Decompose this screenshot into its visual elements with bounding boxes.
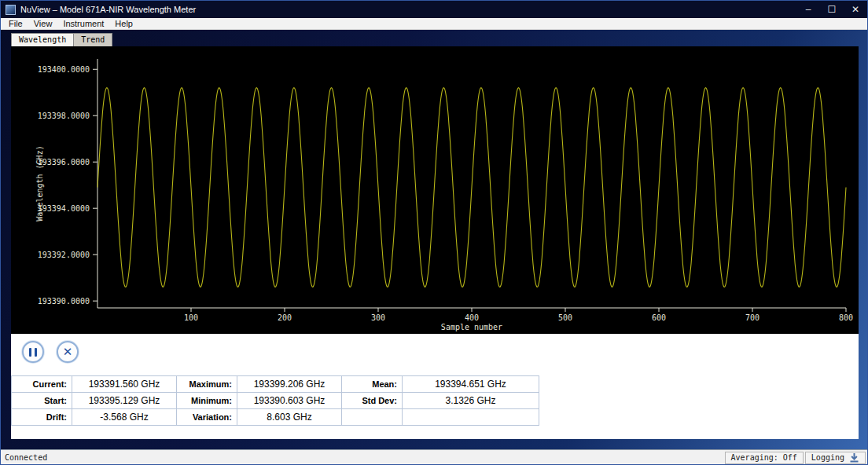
svg-text:Wavelength (GHz): Wavelength (GHz) [35,145,44,221]
stat-value-mean: 193394.651 GHz [403,376,539,393]
trend-chart-svg: 193390.0000193392.0000193394.0000193396.… [11,46,859,334]
stat-label-current: Current: [12,376,72,393]
maximize-button[interactable]: ☐ [820,1,844,18]
stat-value-maximum: 193399.206 GHz [237,376,342,393]
download-icon [849,452,859,463]
menu-bar: File View Instrument Help [1,18,867,30]
stat-value-current: 193391.560 GHz [72,376,177,393]
stat-label-empty [342,409,403,426]
stat-value-start: 193395.129 GHz [72,393,177,409]
stat-label-maximum: Maximum: [177,376,237,393]
svg-text:193400.0000: 193400.0000 [38,65,90,74]
menu-instrument[interactable]: Instrument [57,18,109,29]
close-button[interactable]: ✕ [844,1,867,18]
window-controls: – ☐ ✕ [796,1,867,18]
stat-value-stddev: 3.1326 GHz [403,393,539,409]
lower-panel: ✕ Current: 193391.560 GHz Maximum: 19339… [11,334,859,439]
svg-text:193392.0000: 193392.0000 [38,251,90,259]
x-icon: ✕ [63,346,73,358]
tab-wavelength[interactable]: Wavelength [11,33,74,46]
pause-icon [28,348,39,357]
statistics-table: Current: 193391.560 GHz Maximum: 193399.… [11,375,539,426]
stat-label-drift: Drift: [12,409,72,426]
trend-chart: 193390.0000193392.0000193394.0000193396.… [11,46,859,334]
title-bar: NuView – Model 671A-NIR Wavelength Meter… [1,1,867,18]
pause-button[interactable] [22,341,44,363]
stat-value-drift: -3.568 GHz [72,409,177,426]
table-row: Current: 193391.560 GHz Maximum: 193399.… [12,376,539,393]
stat-value-empty [403,409,539,426]
stat-label-start: Start: [12,393,72,409]
stat-label-stddev: Std Dev: [342,393,403,409]
stop-button[interactable]: ✕ [57,341,79,363]
stat-label-minimum: Minimum: [177,393,237,409]
menu-help[interactable]: Help [109,18,138,29]
app-icon [6,5,16,15]
svg-text:400: 400 [465,313,479,322]
menu-view[interactable]: View [28,18,58,29]
svg-text:700: 700 [745,313,760,322]
minimize-button[interactable]: – [796,1,820,18]
menu-file[interactable]: File [3,18,28,29]
svg-text:193396.0000: 193396.0000 [38,158,90,167]
svg-text:193398.0000: 193398.0000 [38,112,90,120]
svg-text:100: 100 [184,313,198,322]
stat-label-mean: Mean: [342,376,403,393]
table-row: Start: 193395.129 GHz Minimum: 193390.60… [12,393,539,409]
svg-text:Sample number: Sample number [441,323,502,331]
stat-value-minimum: 193390.603 GHz [237,393,342,409]
svg-text:300: 300 [371,313,385,322]
averaging-status: Averaging: Off [725,452,804,464]
app-window: NuView – Model 671A-NIR Wavelength Meter… [0,0,868,465]
table-row: Drift: -3.568 GHz Variation: 8.603 GHz [12,409,539,426]
stat-label-variation: Variation: [177,409,237,426]
svg-text:193394.0000: 193394.0000 [38,204,90,213]
window-title: NuView – Model 671A-NIR Wavelength Meter [20,5,796,14]
svg-text:200: 200 [278,313,292,322]
tab-trend[interactable]: Trend [73,33,112,46]
status-bar: Connected Averaging: Off Logging [1,449,867,465]
connection-status: Connected [1,453,725,462]
stat-value-variation: 8.603 GHz [237,409,342,426]
acquisition-controls: ✕ [22,341,79,363]
logging-label: Logging [811,453,844,462]
averaging-status-label: Averaging: Off [731,453,797,462]
svg-text:600: 600 [652,313,666,322]
logging-button[interactable]: Logging [805,452,866,464]
svg-text:500: 500 [558,313,572,322]
svg-text:193390.0000: 193390.0000 [38,297,90,306]
svg-text:800: 800 [839,313,853,322]
tab-strip: Wavelength Trend [11,31,112,46]
